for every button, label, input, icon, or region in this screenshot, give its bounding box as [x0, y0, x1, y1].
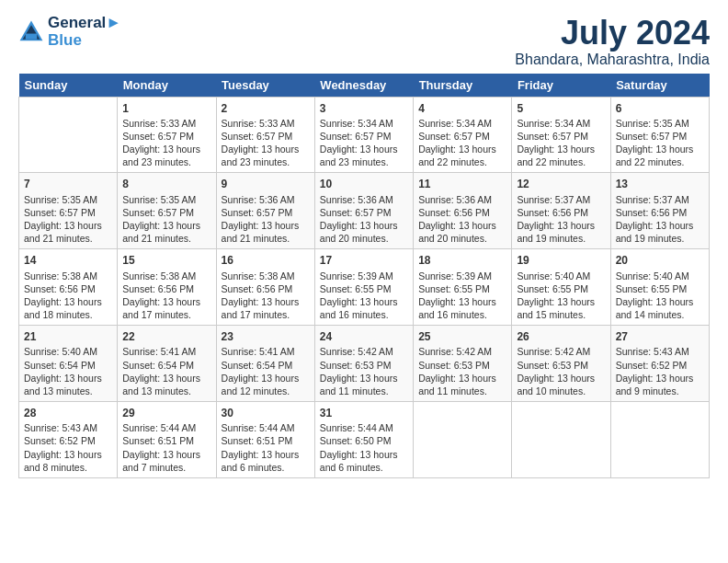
cell-content-line: and 22 minutes. — [517, 155, 605, 168]
calendar-cell — [414, 402, 512, 478]
cell-content-line: and 12 minutes. — [222, 385, 310, 397]
subtitle: Bhandara, Maharashtra, India — [515, 52, 710, 68]
cell-content-line: Sunrise: 5:42 AM — [418, 345, 506, 358]
day-number: 23 — [222, 329, 310, 344]
calendar-cell: 8Sunrise: 5:35 AMSunset: 6:57 PMDaylight… — [118, 173, 216, 249]
cell-content-line: Sunrise: 5:44 AM — [222, 421, 310, 434]
cell-content-line: and 23 minutes. — [222, 155, 310, 168]
cell-content-line: Sunrise: 5:42 AM — [517, 345, 605, 358]
cell-content-line: Sunrise: 5:34 AM — [517, 117, 605, 130]
day-number: 2 — [222, 101, 310, 116]
cell-content-line: Daylight: 13 hours — [418, 143, 506, 155]
cell-content-line: Daylight: 13 hours — [222, 448, 310, 461]
day-number: 28 — [24, 406, 112, 420]
calendar-cell — [512, 402, 610, 478]
cell-content-line: Daylight: 13 hours — [122, 143, 210, 155]
cell-content-line: and 22 minutes. — [418, 155, 506, 168]
calendar-cell: 26Sunrise: 5:42 AMSunset: 6:53 PMDayligh… — [512, 326, 610, 402]
calendar-cell: 5Sunrise: 5:34 AMSunset: 6:57 PMDaylight… — [512, 97, 610, 173]
cell-content-line: Sunset: 6:57 PM — [320, 206, 408, 219]
cell-content-line: and 7 minutes. — [122, 461, 210, 474]
header-day-wednesday: Wednesday — [314, 74, 413, 98]
cell-content-line: Daylight: 13 hours — [24, 295, 112, 308]
cell-content-line: Sunrise: 5:43 AM — [24, 421, 112, 434]
cell-content-line: Sunrise: 5:35 AM — [616, 117, 704, 130]
day-number: 11 — [418, 177, 506, 191]
cell-content-line: Sunrise: 5:44 AM — [122, 421, 210, 434]
calendar-week-3: 14Sunrise: 5:38 AMSunset: 6:56 PMDayligh… — [19, 249, 710, 326]
cell-content-line: Sunset: 6:51 PM — [122, 434, 210, 447]
header-day-tuesday: Tuesday — [216, 74, 314, 98]
cell-content-line: Sunset: 6:56 PM — [24, 282, 112, 295]
cell-content-line: and 20 minutes. — [320, 232, 408, 245]
cell-content-line: Daylight: 13 hours — [320, 219, 408, 232]
cell-content-line: Sunset: 6:57 PM — [320, 130, 408, 143]
cell-content-line: Sunset: 6:56 PM — [418, 206, 506, 219]
cell-content-line: and 17 minutes. — [222, 308, 310, 321]
cell-content-line: Daylight: 13 hours — [320, 372, 408, 385]
cell-content-line: Daylight: 13 hours — [122, 219, 210, 232]
cell-content-line: Sunset: 6:50 PM — [320, 434, 408, 447]
calendar-week-2: 7Sunrise: 5:35 AMSunset: 6:57 PMDaylight… — [19, 173, 710, 249]
calendar-cell: 20Sunrise: 5:40 AMSunset: 6:55 PMDayligh… — [610, 249, 709, 326]
calendar-cell: 17Sunrise: 5:39 AMSunset: 6:55 PMDayligh… — [314, 249, 413, 326]
day-number: 18 — [418, 253, 506, 268]
cell-content-line: Sunset: 6:57 PM — [517, 130, 605, 143]
calendar-cell: 28Sunrise: 5:43 AMSunset: 6:52 PMDayligh… — [19, 402, 118, 478]
day-number: 25 — [418, 329, 506, 344]
cell-content-line: Daylight: 13 hours — [122, 372, 210, 385]
calendar-header-row: SundayMondayTuesdayWednesdayThursdayFrid… — [19, 74, 710, 98]
calendar-cell: 4Sunrise: 5:34 AMSunset: 6:57 PMDaylight… — [414, 97, 512, 173]
cell-content-line: Daylight: 13 hours — [517, 143, 605, 155]
calendar-cell: 15Sunrise: 5:38 AMSunset: 6:56 PMDayligh… — [118, 249, 216, 326]
day-number: 20 — [616, 253, 704, 268]
cell-content-line: Daylight: 13 hours — [320, 448, 408, 461]
cell-content-line: Sunset: 6:51 PM — [222, 434, 310, 447]
calendar-cell — [19, 97, 118, 173]
calendar-cell: 3Sunrise: 5:34 AMSunset: 6:57 PMDaylight… — [314, 97, 413, 173]
header-day-saturday: Saturday — [610, 74, 709, 98]
cell-content-line: Daylight: 13 hours — [616, 295, 704, 308]
cell-content-line: Sunrise: 5:41 AM — [222, 345, 310, 358]
cell-content-line: and 21 minutes. — [222, 232, 310, 245]
cell-content-line: Sunrise: 5:35 AM — [122, 193, 210, 206]
calendar-cell: 31Sunrise: 5:44 AMSunset: 6:50 PMDayligh… — [314, 402, 413, 478]
cell-content-line: Sunset: 6:55 PM — [418, 282, 506, 295]
cell-content-line: Daylight: 13 hours — [320, 143, 408, 155]
cell-content-line: and 9 minutes. — [616, 385, 704, 397]
cell-content-line: and 17 minutes. — [122, 308, 210, 321]
cell-content-line: Daylight: 13 hours — [616, 143, 704, 155]
cell-content-line: Daylight: 13 hours — [517, 372, 605, 385]
calendar-cell: 21Sunrise: 5:40 AMSunset: 6:54 PMDayligh… — [19, 326, 118, 402]
cell-content-line: Sunrise: 5:36 AM — [222, 193, 310, 206]
calendar-cell: 10Sunrise: 5:36 AMSunset: 6:57 PMDayligh… — [314, 173, 413, 249]
header: General► Blue July 2024 Bhandara, Mahara… — [18, 15, 710, 68]
cell-content-line: and 20 minutes. — [418, 232, 506, 245]
calendar-cell: 6Sunrise: 5:35 AMSunset: 6:57 PMDaylight… — [610, 97, 709, 173]
cell-content-line: Sunrise: 5:38 AM — [222, 270, 310, 282]
cell-content-line: Sunrise: 5:40 AM — [616, 270, 704, 282]
day-number: 14 — [24, 253, 112, 268]
day-number: 27 — [616, 329, 704, 344]
day-number: 17 — [320, 253, 408, 268]
calendar-cell: 14Sunrise: 5:38 AMSunset: 6:56 PMDayligh… — [19, 249, 118, 326]
cell-content-line: Sunset: 6:57 PM — [222, 130, 310, 143]
cell-content-line: Sunset: 6:57 PM — [122, 206, 210, 219]
cell-content-line: Sunrise: 5:39 AM — [320, 270, 408, 282]
calendar-week-1: 1Sunrise: 5:33 AMSunset: 6:57 PMDaylight… — [19, 97, 710, 173]
cell-content-line: Daylight: 13 hours — [616, 372, 704, 385]
cell-content-line: Sunset: 6:54 PM — [24, 359, 112, 372]
day-number: 5 — [517, 101, 605, 116]
cell-content-line: Sunset: 6:52 PM — [616, 359, 704, 372]
day-number: 24 — [320, 329, 408, 344]
day-number: 15 — [122, 253, 210, 268]
calendar-cell: 12Sunrise: 5:37 AMSunset: 6:56 PMDayligh… — [512, 173, 610, 249]
cell-content-line: Sunrise: 5:36 AM — [320, 193, 408, 206]
cell-content-line: and 18 minutes. — [24, 308, 112, 321]
cell-content-line: Daylight: 13 hours — [24, 448, 112, 461]
cell-content-line: Daylight: 13 hours — [122, 448, 210, 461]
cell-content-line: Daylight: 13 hours — [24, 372, 112, 385]
cell-content-line: Sunset: 6:55 PM — [320, 282, 408, 295]
cell-content-line: and 21 minutes. — [122, 232, 210, 245]
cell-content-line: Daylight: 13 hours — [517, 295, 605, 308]
